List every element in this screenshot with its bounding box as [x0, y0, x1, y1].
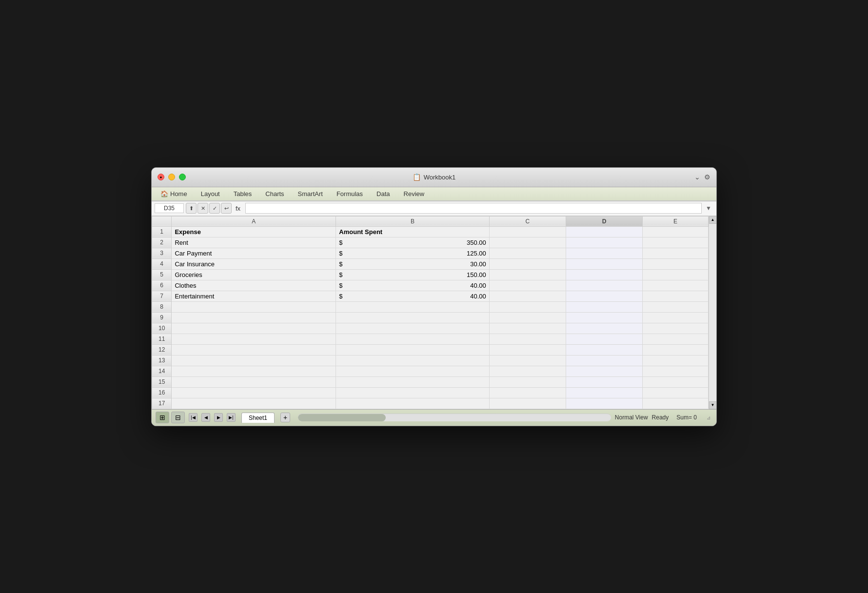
cell-d14[interactable]	[566, 366, 642, 376]
cell-c16[interactable]	[489, 387, 566, 398]
cell-e6[interactable]	[643, 280, 709, 291]
cell-b7[interactable]: $ 40.00	[336, 291, 489, 301]
cell-d2[interactable]	[566, 237, 642, 248]
cell-d11[interactable]	[566, 334, 642, 344]
add-sheet-button[interactable]: +	[280, 413, 290, 422]
cell-e1[interactable]	[643, 226, 709, 237]
cell-e16[interactable]	[643, 387, 709, 398]
cell-a15[interactable]	[172, 376, 336, 387]
cell-b8[interactable]	[336, 301, 489, 312]
cell-b1[interactable]: Amount Spent	[336, 226, 489, 237]
confirm-formula-button[interactable]: ✓	[209, 203, 220, 214]
cell-a8[interactable]	[172, 301, 336, 312]
cell-e7[interactable]	[643, 291, 709, 301]
col-header-c[interactable]: C	[489, 216, 566, 226]
cell-c13[interactable]	[489, 355, 566, 366]
cell-d7[interactable]	[566, 291, 642, 301]
cell-b14[interactable]	[336, 366, 489, 376]
cell-b3[interactable]: $ 125.00	[336, 248, 489, 258]
cell-c14[interactable]	[489, 366, 566, 376]
tab-charts[interactable]: Charts	[258, 187, 291, 200]
minimize-button[interactable]	[168, 174, 175, 180]
tab-smartart[interactable]: SmartArt	[291, 187, 330, 200]
col-header-e[interactable]: E	[643, 216, 709, 226]
cell-b11[interactable]	[336, 334, 489, 344]
cell-a6[interactable]: Clothes	[172, 280, 336, 291]
cell-c17[interactable]	[489, 398, 566, 409]
cell-d13[interactable]	[566, 355, 642, 366]
cell-b16[interactable]	[336, 387, 489, 398]
cell-d8[interactable]	[566, 301, 642, 312]
last-sheet-button[interactable]: ▶|	[227, 413, 236, 422]
cell-e11[interactable]	[643, 334, 709, 344]
cell-a2[interactable]: Rent	[172, 237, 336, 248]
scroll-down-button[interactable]: ▼	[709, 401, 717, 409]
cell-b13[interactable]	[336, 355, 489, 366]
cell-e13[interactable]	[643, 355, 709, 366]
cell-c11[interactable]	[489, 334, 566, 344]
cell-b4[interactable]: $ 30.00	[336, 258, 489, 269]
cell-c9[interactable]	[489, 312, 566, 323]
cell-d16[interactable]	[566, 387, 642, 398]
tab-tables[interactable]: Tables	[227, 187, 259, 200]
normal-view-button[interactable]: ⊞	[156, 412, 169, 423]
cell-d17[interactable]	[566, 398, 642, 409]
tab-formulas[interactable]: Formulas	[330, 187, 370, 200]
dropdown-arrow[interactable]: ▼	[704, 205, 713, 212]
cell-b2[interactable]: $ 350.00	[336, 237, 489, 248]
cell-d3[interactable]	[566, 248, 642, 258]
ribbon-collapse-button[interactable]: ⌄	[694, 173, 700, 181]
horizontal-scrollbar[interactable]	[298, 414, 611, 421]
cancel-formula-button[interactable]: ✕	[197, 203, 208, 214]
cell-reference-input[interactable]	[155, 203, 184, 213]
cell-e15[interactable]	[643, 376, 709, 387]
first-sheet-button[interactable]: |◀	[189, 413, 197, 422]
maximize-button[interactable]	[179, 174, 186, 180]
cell-a11[interactable]	[172, 334, 336, 344]
cell-c10[interactable]	[489, 323, 566, 334]
vertical-scrollbar[interactable]: ▲ ▼	[709, 216, 716, 409]
sheet-tab[interactable]: Sheet1	[241, 413, 275, 423]
cell-a17[interactable]	[172, 398, 336, 409]
cell-a9[interactable]	[172, 312, 336, 323]
cell-a1[interactable]: Expense	[172, 226, 336, 237]
tab-layout[interactable]: Layout	[194, 187, 227, 200]
resize-handle[interactable]: ⊿	[705, 414, 712, 421]
settings-button[interactable]: ⚙	[704, 173, 710, 181]
cell-b9[interactable]	[336, 312, 489, 323]
cell-b15[interactable]	[336, 376, 489, 387]
cell-a3[interactable]: Car Payment	[172, 248, 336, 258]
formula-input[interactable]	[245, 203, 702, 214]
cell-e2[interactable]	[643, 237, 709, 248]
cell-b6[interactable]: $ 40.00	[336, 280, 489, 291]
cell-b5[interactable]: $ 150.00	[336, 269, 489, 280]
cell-a7[interactable]: Entertainment	[172, 291, 336, 301]
prev-sheet-button[interactable]: ◀	[201, 413, 210, 422]
cell-e3[interactable]	[643, 248, 709, 258]
cell-d9[interactable]	[566, 312, 642, 323]
cell-b10[interactable]	[336, 323, 489, 334]
cell-c12[interactable]	[489, 344, 566, 355]
scroll-track[interactable]	[709, 224, 716, 401]
cell-d1[interactable]	[566, 226, 642, 237]
cell-c6[interactable]	[489, 280, 566, 291]
cell-d6[interactable]	[566, 280, 642, 291]
tab-home[interactable]: 🏠 Home	[154, 187, 194, 200]
close-button[interactable]: ●	[158, 174, 164, 180]
cell-a10[interactable]	[172, 323, 336, 334]
cell-c15[interactable]	[489, 376, 566, 387]
cell-a12[interactable]	[172, 344, 336, 355]
next-sheet-button[interactable]: ▶	[214, 413, 223, 422]
cell-c7[interactable]	[489, 291, 566, 301]
cell-e17[interactable]	[643, 398, 709, 409]
cell-e14[interactable]	[643, 366, 709, 376]
undo-formula-button[interactable]: ↩	[221, 203, 232, 214]
cell-d5[interactable]	[566, 269, 642, 280]
tab-data[interactable]: Data	[370, 187, 396, 200]
cell-a5[interactable]: Groceries	[172, 269, 336, 280]
cell-d15[interactable]	[566, 376, 642, 387]
cell-e10[interactable]	[643, 323, 709, 334]
cell-b12[interactable]	[336, 344, 489, 355]
cell-a13[interactable]	[172, 355, 336, 366]
cell-e12[interactable]	[643, 344, 709, 355]
